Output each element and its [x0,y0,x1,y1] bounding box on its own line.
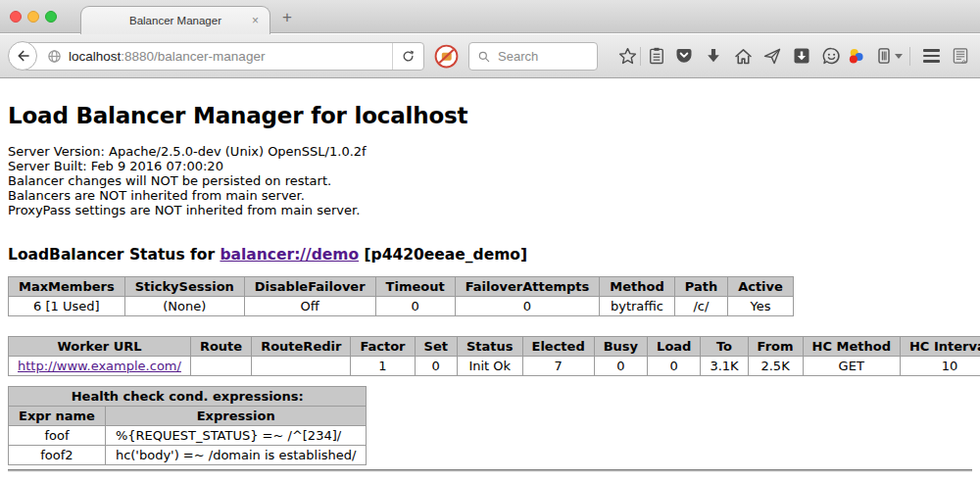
column-header: Timeout [375,277,455,297]
cell-route [190,357,251,376]
cell-busy: 0 [594,357,647,376]
column-header: StickySession [124,277,244,297]
server-version-line: Server Version: Apache/2.5.0-dev (Unix) … [8,144,972,159]
toolbar-separator [640,47,641,66]
page-grid-icon [951,46,970,66]
extension-download-button[interactable] [790,45,813,67]
table-header-row: MaxMembers StickySession DisableFailover… [9,277,794,297]
cell-hc-method: GET [803,357,900,376]
server-info: Server Version: Apache/2.5.0-dev (Unix) … [8,144,972,217]
downloads-button[interactable] [702,45,725,67]
tab-close-icon[interactable]: × [252,14,259,27]
search-input[interactable]: Search [468,42,598,71]
worker-row: http://www.example.com/ 1 0 Init Ok 7 0 … [9,357,980,376]
column-header: From [748,337,803,357]
cell-stickysession: (None) [124,297,244,316]
column-header: Worker URL [9,337,191,357]
worker-table: Worker URL Route RouteRedir Factor Set S… [8,336,980,376]
cell-hc-interval: 10 [900,357,980,376]
column-header: Elected [522,337,594,357]
column-header: To [701,337,748,357]
column-header: HC Interval [900,337,980,357]
search-placeholder: Search [498,49,538,64]
back-button[interactable] [8,41,37,71]
cell-worker-url: http://www.example.com/ [9,357,191,376]
bookmark-star-button[interactable] [615,45,639,67]
tab-title: Balancer Manager [129,15,221,26]
hamburger-icon [923,49,940,63]
balancer-settings-table: MaxMembers StickySession DisableFailover… [8,276,794,316]
cell-set: 0 [415,357,457,376]
url-text[interactable]: localhost:8880/balancer-manager [69,49,392,64]
cell-from: 2.5K [748,357,803,376]
home-button[interactable] [731,45,755,67]
colored-dots-icon [846,46,866,67]
search-icon [477,50,491,64]
cell-to: 3.1K [701,357,748,376]
column-header: FailoverAttempts [455,277,600,297]
cell-maxmembers: 6 [1 Used] [9,297,125,316]
balancer-demo-link[interactable]: balancer://demo [220,246,359,264]
cell-factor: 1 [351,357,415,376]
chevron-down-icon[interactable] [895,54,903,59]
cell-expr-name: foof2 [9,446,106,465]
column-header: Factor [351,337,415,357]
page-thumbnail-button[interactable] [949,45,972,67]
reload-button[interactable] [392,43,423,70]
page-title: Load Balancer Manager for localhost [8,103,972,128]
cell-expression: %{REQUEST_STATUS} =~ /^[234]/ [105,426,367,446]
column-header: Method [600,277,674,297]
cell-path: /c/ [674,297,727,316]
column-header: DisableFailover [244,277,375,297]
square-download-icon [792,46,811,66]
cell-disablefailover: Off [244,297,375,316]
url-path: :8880/balancer-manager [121,49,265,64]
inherit-note-line: Balancers are NOT inherited from main se… [8,188,972,203]
column-header: HC Method [803,337,900,357]
archive-icon [874,46,894,66]
send-tab-button[interactable] [760,45,784,67]
new-tab-button[interactable]: + [282,8,292,27]
zoom-window-button[interactable] [45,11,57,23]
cell-expression: hc('body') =~ /domain is established/ [105,446,367,465]
titlebar: Balancer Manager × + [0,0,980,33]
cell-load: 0 [648,357,701,376]
pocket-button[interactable] [672,45,696,67]
proxypass-note-line: ProxyPass settings are NOT inherited fro… [8,203,972,217]
column-header: Set [415,337,457,357]
status-heading-suffix: [p4420eeae_demo] [359,246,527,264]
horizontal-rule [8,469,972,472]
page-content: Load Balancer Manager for localhost Serv… [0,79,980,481]
table-row: foof2 hc('body') =~ /domain is establish… [9,446,367,465]
worker-url-link[interactable]: http://www.example.com/ [18,359,181,373]
column-header: MaxMembers [9,277,125,297]
star-icon [617,46,638,67]
column-header: Expr name [9,407,106,426]
persist-note-line: Balancer changes will NOT be persisted o… [8,173,972,188]
cell-routeredir [252,357,351,376]
table-row: foof %{REQUEST_STATUS} =~ /^[234]/ [9,426,367,446]
table-header-row: Worker URL Route RouteRedir Factor Set S… [9,337,980,357]
close-window-button[interactable] [10,11,22,23]
cell-method: bytraffic [600,297,674,316]
table-header-row: Expr name Expression [9,407,367,426]
colored-dots-extension-button[interactable] [844,45,867,67]
reading-list-button[interactable] [645,45,668,67]
menu-button[interactable] [919,45,943,67]
cell-elected: 7 [522,357,594,376]
feedback-smiley-button[interactable] [819,45,843,67]
tab-balancer-manager[interactable]: Balancer Manager × [80,6,270,34]
url-bar[interactable]: localhost:8880/balancer-manager [23,42,424,71]
site-identity-globe-icon[interactable] [47,49,62,64]
table-title-row: Health check cond. expressions: [9,387,367,407]
cell-timeout: 0 [375,297,455,316]
column-header: Busy [594,337,647,357]
column-header: Expression [105,407,367,426]
column-header: Load [648,337,701,357]
clipboard-icon [647,46,666,66]
minimize-window-button[interactable] [27,11,39,23]
archive-extension-button[interactable] [872,45,896,67]
plugin-blocked-icon[interactable] [434,44,459,69]
health-table-title: Health check cond. expressions: [9,387,367,407]
navigation-toolbar: localhost:8880/balancer-manager Search [0,34,980,78]
